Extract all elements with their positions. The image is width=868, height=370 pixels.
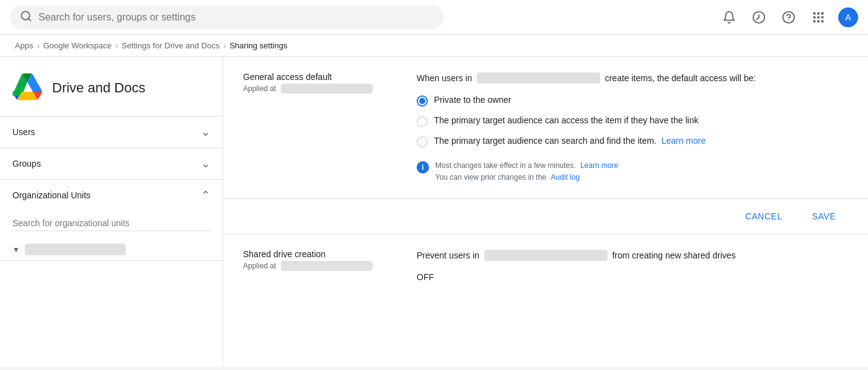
info-learn-more-link[interactable]: Learn more: [580, 161, 618, 170]
shared-drive-title: Shared drive creation: [243, 249, 392, 259]
shared-drive-desc: Prevent users in ██████████ ████████ fro…: [417, 249, 848, 262]
shared-drive-applied: Applied at ████████████████: [243, 262, 392, 270]
timer-icon[interactable]: [749, 7, 769, 27]
info-text: Most changes take effect in a few minute…: [435, 160, 618, 183]
svg-rect-7: [813, 12, 816, 14]
radio-circle-link: [417, 116, 428, 127]
info-box: i Most changes take effect in a few minu…: [417, 160, 848, 183]
shared-drive-section: Shared drive creation Applied at ███████…: [223, 234, 868, 297]
general-access-right: When users in ██████████ ████████ create…: [417, 72, 848, 183]
cancel-button[interactable]: CANCEL: [733, 206, 795, 226]
chevron-up-icon-org: ⌃: [201, 188, 210, 202]
info-audit-text: You can view prior changes in the: [435, 173, 546, 182]
breadcrumb-drive-docs[interactable]: Settings for Drive and Docs: [122, 41, 219, 50]
action-row: CANCEL SAVE: [223, 199, 868, 234]
main-layout: Drive and Docs Users ⌄ Groups ⌄ Organiza…: [0, 57, 868, 367]
org-unit-arrow-icon: ▼: [12, 245, 20, 254]
svg-rect-15: [822, 20, 824, 22]
shared-drive-status: OFF: [417, 272, 848, 282]
general-access-applied-value: ████████████████: [281, 84, 373, 94]
groups-label: Groups: [12, 159, 41, 169]
shared-drive-right: Prevent users in ██████████ ████████ fro…: [417, 249, 848, 282]
sidebar-item-groups[interactable]: Groups ⌄: [0, 148, 223, 180]
learn-more-search-link[interactable]: Learn more: [662, 136, 706, 146]
breadcrumb-apps[interactable]: Apps: [15, 41, 33, 50]
org-unit-item[interactable]: ▼ ████████████████: [0, 239, 223, 260]
sidebar-item-users[interactable]: Users ⌄: [0, 117, 223, 148]
org-unit-name: ████████████████: [25, 244, 126, 255]
radio-circle-search: [417, 136, 428, 148]
breadcrumb-sep-2: ›: [115, 42, 118, 50]
org-units-label: Organizational Units: [12, 190, 91, 200]
radio-label-private: Private to the owner: [434, 95, 512, 105]
org-units-section: Organizational Units ⌃ ▼ ███████████████…: [0, 180, 223, 261]
org-search-container: [0, 211, 223, 239]
general-access-title: General access default: [243, 72, 392, 82]
svg-rect-8: [817, 12, 820, 14]
radio-search[interactable]: The primary target audience can search a…: [417, 136, 848, 148]
radio-group-access: Private to the owner The primary target …: [417, 95, 848, 148]
svg-line-4: [756, 17, 759, 20]
radio-label-link: The primary target audience can access t…: [434, 115, 698, 125]
save-button[interactable]: SAVE: [800, 206, 848, 226]
drive-logo: [12, 72, 42, 104]
org-units-header[interactable]: Organizational Units ⌃: [0, 180, 223, 211]
sidebar-header: Drive and Docs: [0, 57, 223, 117]
sidebar: Drive and Docs Users ⌄ Groups ⌄ Organiza…: [0, 57, 223, 367]
shared-drive-applied-value: ████████████████: [281, 261, 373, 271]
general-access-applied: Applied at ████████████████: [243, 84, 392, 93]
avatar[interactable]: A: [838, 7, 858, 27]
chevron-down-icon-users: ⌄: [201, 125, 210, 139]
svg-rect-13: [813, 20, 816, 22]
shared-drive-row: Shared drive creation Applied at ███████…: [243, 249, 848, 282]
breadcrumb: Apps › Google Workspace › Settings for D…: [0, 35, 868, 57]
sidebar-app-title: Drive and Docs: [52, 80, 145, 96]
svg-rect-14: [817, 20, 820, 22]
general-access-org-blurred: ██████████ ████████: [477, 73, 600, 84]
general-access-left: General access default Applied at ██████…: [243, 72, 392, 183]
search-bar[interactable]: [10, 5, 444, 29]
org-search-input[interactable]: [12, 216, 210, 231]
notifications-icon[interactable]: [719, 7, 739, 27]
svg-rect-11: [817, 16, 820, 19]
info-changes-text: Most changes take effect in a few minute…: [435, 161, 576, 170]
svg-rect-9: [822, 12, 824, 14]
radio-private[interactable]: Private to the owner: [417, 95, 848, 107]
breadcrumb-sep-3: ›: [223, 42, 226, 50]
general-access-desc: When users in ██████████ ████████ create…: [417, 72, 848, 85]
shared-drive-left: Shared drive creation Applied at ███████…: [243, 249, 392, 282]
breadcrumb-current: Sharing settings: [229, 41, 287, 50]
help-icon[interactable]: [779, 7, 799, 27]
chevron-down-icon-groups: ⌄: [201, 157, 210, 170]
content-area: General access default Applied at ██████…: [223, 57, 868, 367]
apps-grid-icon[interactable]: [808, 7, 828, 27]
topbar-icons: A: [719, 7, 858, 27]
search-icon: [20, 10, 32, 24]
breadcrumb-sep-1: ›: [37, 42, 40, 50]
topbar: A: [0, 0, 868, 35]
breadcrumb-workspace[interactable]: Google Workspace: [43, 41, 112, 50]
svg-rect-12: [822, 16, 824, 19]
radio-circle-private: [417, 95, 428, 107]
shared-drive-org-blurred: ██████████ ████████: [484, 250, 607, 261]
info-icon: i: [417, 161, 429, 174]
general-access-row: General access default Applied at ██████…: [243, 72, 848, 183]
radio-link[interactable]: The primary target audience can access t…: [417, 115, 848, 127]
general-access-section: General access default Applied at ██████…: [223, 57, 868, 199]
radio-label-search: The primary target audience can search a…: [434, 136, 706, 146]
audit-log-link[interactable]: Audit log: [551, 173, 580, 182]
search-input[interactable]: [38, 12, 434, 23]
users-label: Users: [12, 127, 35, 137]
svg-rect-10: [813, 16, 816, 19]
svg-line-1: [29, 19, 31, 21]
